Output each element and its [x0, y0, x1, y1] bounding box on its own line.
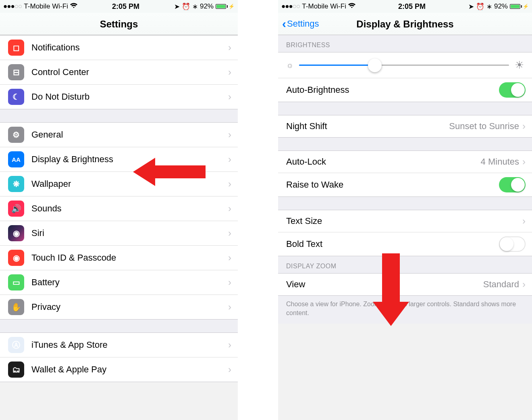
bold-text-row[interactable]: Bold Text — [278, 232, 532, 256]
status-bar: ●●●○○ T-Mobile Wi-Fi 2:05 PM ➤ ⏰ ∗ 92% ⚡ — [278, 0, 532, 13]
chevron-right-icon: › — [228, 67, 231, 78]
chevron-right-icon: › — [522, 279, 526, 290]
carrier-label: T-Mobile Wi-Fi — [302, 2, 346, 10]
settings-row-general[interactable]: ⚙General› — [0, 122, 238, 147]
brightness-header: BRIGHTNESS — [278, 35, 532, 52]
nav-bar: ‹ Settings Display & Brightness — [278, 13, 532, 35]
chevron-right-icon: › — [228, 154, 231, 165]
settings-row-label: Touch ID & Passcode — [31, 253, 228, 263]
raise-to-wake-switch[interactable] — [499, 177, 526, 192]
chevron-right-icon: › — [522, 215, 526, 227]
settings-row-label: Display & Brightness — [31, 154, 228, 165]
settings-screen: ●●●○○ T-Mobile Wi-Fi 2:05 PM ➤ ⏰ ∗ 92% ⚡… — [0, 0, 238, 420]
settings-row-label: General — [31, 130, 228, 140]
battery-icon: ⚡ — [510, 4, 529, 9]
raise-to-wake-row[interactable]: Raise to Wake — [278, 173, 532, 197]
settings-list[interactable]: ◻Notifications›⊟Control Center›☾Do Not D… — [0, 35, 238, 382]
settings-row-control-center[interactable]: ⊟Control Center› — [0, 60, 238, 85]
auto-brightness-row[interactable]: Auto-Brightness — [278, 78, 532, 102]
carrier-label: T-Mobile Wi-Fi — [24, 2, 68, 10]
display-zoom-header: DISPLAY ZOOM — [278, 256, 532, 273]
night-shift-label: Night Shift — [286, 121, 449, 132]
battery-icon: ⚡ — [216, 4, 235, 9]
nav-bar: Settings — [0, 13, 238, 35]
settings-row-display[interactable]: AADisplay & Brightness› — [0, 147, 238, 172]
view-row[interactable]: View Standard › — [278, 273, 532, 296]
chevron-right-icon: › — [228, 339, 231, 351]
clock: 2:05 PM — [112, 2, 139, 11]
moon-icon: ☾ — [8, 89, 24, 105]
signal-dots-icon: ●●●○○ — [3, 2, 22, 10]
wifi-icon — [70, 2, 77, 10]
auto-lock-row[interactable]: Auto-Lock 4 Minutes › — [278, 150, 532, 173]
wallet-icon: 🗂 — [8, 361, 24, 378]
bold-text-label: Bold Text — [286, 239, 499, 249]
battery-percent: 92% — [200, 2, 214, 10]
night-shift-row[interactable]: Night Shift Sunset to Sunrise › — [278, 115, 532, 138]
battery-percent: 92% — [494, 2, 508, 10]
bold-text-switch[interactable] — [499, 236, 526, 252]
page-title: Settings — [100, 19, 138, 29]
auto-lock-detail: 4 Minutes — [481, 157, 519, 167]
settings-row-label: Wallet & Apple Pay — [31, 364, 228, 375]
view-detail: Standard — [483, 279, 519, 290]
battery-icon: ▭ — [8, 274, 24, 290]
settings-row-battery[interactable]: ▭Battery› — [0, 270, 238, 295]
settings-row-sounds[interactable]: 🔊Sounds› — [0, 196, 238, 221]
settings-row-label: Notifications — [31, 42, 228, 53]
back-label: Settings — [287, 19, 319, 29]
settings-row-label: Control Center — [31, 67, 228, 77]
wifi-icon — [348, 2, 355, 10]
settings-row-label: Privacy — [31, 302, 228, 312]
settings-row-label: iTunes & App Store — [31, 340, 228, 350]
chevron-right-icon: › — [228, 129, 231, 140]
signal-dots-icon: ●●●○○ — [281, 2, 300, 10]
bluetooth-icon: ∗ — [486, 2, 492, 11]
settings-row-label: Wallpaper — [31, 179, 228, 189]
settings-row-itunes[interactable]: ⒶiTunes & App Store› — [0, 332, 238, 357]
text-size-label: Text Size — [286, 216, 522, 226]
chevron-right-icon: › — [522, 156, 526, 167]
display-zoom-footer: Choose a view for iPhone. Zoomed shows l… — [278, 296, 532, 324]
siri-icon: ◉ — [8, 225, 24, 241]
bluetooth-icon: ∗ — [192, 2, 198, 11]
sounds-icon: 🔊 — [8, 201, 24, 217]
settings-row-label: Battery — [31, 277, 228, 288]
settings-row-do-not-disturb[interactable]: ☾Do Not Disturb› — [0, 85, 238, 109]
text-size-row[interactable]: Text Size › — [278, 210, 532, 232]
control-center-icon: ⊟ — [8, 64, 24, 80]
chevron-left-icon: ‹ — [282, 17, 286, 31]
wallpaper-icon: ❋ — [8, 176, 24, 192]
brightness-low-icon: ☼ — [286, 61, 293, 70]
night-shift-detail: Sunset to Sunrise — [449, 121, 519, 132]
view-label: View — [286, 279, 483, 290]
settings-row-label: Siri — [31, 228, 228, 238]
chevron-right-icon: › — [228, 364, 231, 375]
brightness-slider[interactable] — [299, 65, 509, 66]
chevron-right-icon: › — [228, 178, 231, 190]
settings-row-privacy[interactable]: ✋Privacy› — [0, 295, 238, 320]
location-icon: ➤ — [174, 2, 180, 11]
chevron-right-icon: › — [228, 42, 231, 53]
hand-icon: ✋ — [8, 299, 24, 315]
settings-row-touchid[interactable]: ◉Touch ID & Passcode› — [0, 246, 238, 270]
settings-row-notifications[interactable]: ◻Notifications› — [0, 35, 238, 60]
text-size-icon: AA — [8, 151, 24, 167]
gear-icon: ⚙ — [8, 127, 24, 143]
settings-row-wallet[interactable]: 🗂Wallet & Apple Pay› — [0, 357, 238, 382]
settings-row-label: Do Not Disturb — [31, 92, 228, 102]
chevron-right-icon: › — [228, 277, 231, 288]
notifications-icon: ◻ — [8, 40, 24, 56]
settings-row-wallpaper[interactable]: ❋Wallpaper› — [0, 172, 238, 196]
slider-thumb[interactable] — [368, 59, 382, 72]
back-button[interactable]: ‹ Settings — [282, 17, 319, 31]
page-title: Display & Brightness — [356, 19, 453, 29]
chevron-right-icon: › — [228, 91, 231, 102]
settings-row-label: Sounds — [31, 203, 228, 214]
auto-brightness-switch[interactable] — [499, 82, 526, 98]
slider-fill — [299, 65, 374, 66]
brightness-high-icon: ☀ — [515, 59, 524, 71]
auto-brightness-label: Auto-Brightness — [286, 85, 499, 95]
settings-row-siri[interactable]: ◉Siri› — [0, 221, 238, 246]
display-settings-list[interactable]: BRIGHTNESS ☼ ☀ Auto-Brightness Night Shi… — [278, 35, 532, 324]
